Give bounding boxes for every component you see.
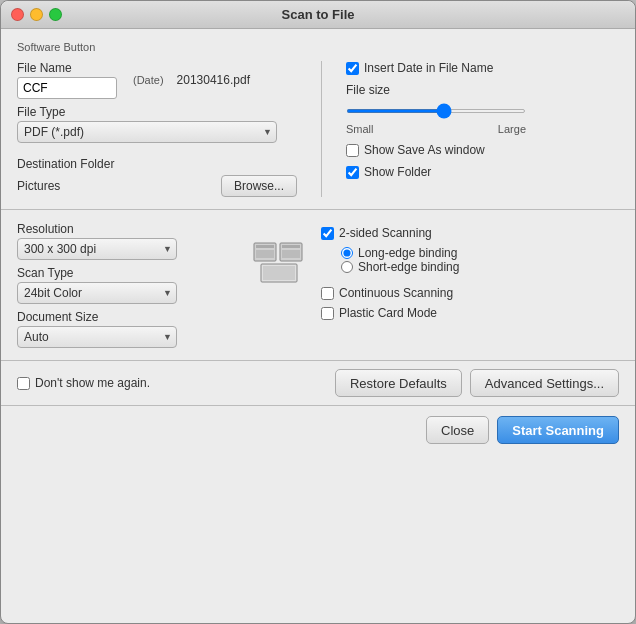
window-title: Scan to File	[282, 7, 355, 22]
resolution-select[interactable]: 300 x 300 dpi 75 x 75 dpi 150 x 150 dpi …	[17, 238, 177, 260]
right-options: Insert Date in File Name File size Small…	[346, 61, 619, 197]
dont-show-checkbox[interactable]	[17, 377, 30, 390]
two-sided-checkbox[interactable]	[321, 227, 334, 240]
file-name-label: File Name	[17, 61, 117, 75]
window-controls	[11, 8, 62, 21]
show-folder-checkbox[interactable]	[346, 166, 359, 179]
restore-defaults-button[interactable]: Restore Defaults	[335, 369, 462, 397]
scan-type-label: Scan Type	[17, 266, 237, 280]
svg-rect-1	[256, 245, 274, 248]
continuous-scanning-row: Continuous Scanning	[321, 286, 619, 300]
slider-min-label: Small	[346, 123, 374, 135]
scan-settings-section: Resolution 300 x 300 dpi 75 x 75 dpi 150…	[1, 210, 635, 361]
show-folder-label: Show Folder	[364, 165, 431, 179]
show-save-as-label: Show Save As window	[364, 143, 485, 157]
continuous-scanning-checkbox[interactable]	[321, 287, 334, 300]
continuous-scanning-label: Continuous Scanning	[339, 286, 453, 300]
svg-rect-5	[282, 250, 300, 258]
file-type-label: File Type	[17, 105, 297, 119]
plastic-card-row: Plastic Card Mode	[321, 306, 619, 320]
insert-date-label: Insert Date in File Name	[364, 61, 493, 75]
scanner-icon	[253, 242, 305, 284]
destination-value: Pictures	[17, 179, 213, 193]
plastic-card-label: Plastic Card Mode	[339, 306, 437, 320]
file-size-slider-container: File size Small Large	[346, 83, 619, 135]
svg-rect-4	[282, 245, 300, 248]
plastic-card-checkbox[interactable]	[321, 307, 334, 320]
date-value: 20130416.pdf	[172, 69, 255, 91]
file-name-input[interactable]	[17, 77, 117, 99]
document-size-select[interactable]: Auto A4 Letter Legal	[17, 326, 177, 348]
long-edge-label: Long-edge binding	[358, 246, 457, 260]
slider-max-label: Large	[498, 123, 526, 135]
two-sided-row: 2-sided Scanning	[321, 226, 619, 240]
close-button[interactable]: Close	[426, 416, 489, 444]
file-size-label: File size	[346, 83, 619, 97]
maximize-window-button[interactable]	[49, 8, 62, 21]
title-bar: Scan to File	[1, 1, 635, 29]
bottom-options-bar: Don't show me again. Restore Defaults Ad…	[1, 361, 635, 406]
file-type-select[interactable]: PDF (*.pdf) JPEG (*.jpg) PNG (*.png) TIF…	[17, 121, 277, 143]
scan-left-col: Resolution 300 x 300 dpi 75 x 75 dpi 150…	[17, 222, 237, 348]
software-button-section: Software Button File Name (Date) 2013041…	[1, 29, 635, 210]
resolution-label: Resolution	[17, 222, 237, 236]
software-button-label: Software Button	[17, 41, 619, 53]
dont-show-label: Don't show me again.	[35, 376, 150, 390]
svg-rect-7	[263, 266, 295, 280]
main-window: Scan to File Software Button File Name (…	[0, 0, 636, 624]
show-save-as-row: Show Save As window	[346, 143, 619, 157]
footer: Close Start Scanning	[1, 406, 635, 454]
show-folder-row: Show Folder	[346, 165, 619, 179]
minimize-window-button[interactable]	[30, 8, 43, 21]
show-save-as-checkbox[interactable]	[346, 144, 359, 157]
two-sided-label: 2-sided Scanning	[339, 226, 432, 240]
scan-type-select[interactable]: 24bit Color Grayscale Black & White	[17, 282, 177, 304]
svg-rect-2	[256, 250, 274, 258]
short-edge-label: Short-edge binding	[358, 260, 459, 274]
destination-folder-label: Destination Folder	[17, 157, 297, 171]
advanced-settings-button[interactable]: Advanced Settings...	[470, 369, 619, 397]
insert-date-checkbox[interactable]	[346, 62, 359, 75]
browse-button[interactable]: Browse...	[221, 175, 297, 197]
file-size-slider[interactable]	[346, 109, 526, 113]
short-edge-radio[interactable]	[341, 261, 353, 273]
long-edge-row: Long-edge binding	[341, 246, 619, 260]
start-scanning-button[interactable]: Start Scanning	[497, 416, 619, 444]
dont-show-row: Don't show me again.	[17, 376, 150, 390]
close-window-button[interactable]	[11, 8, 24, 21]
long-edge-radio[interactable]	[341, 247, 353, 259]
scan-right-col: 2-sided Scanning Long-edge binding Short…	[321, 222, 619, 320]
short-edge-row: Short-edge binding	[341, 260, 619, 274]
document-size-label: Document Size	[17, 310, 237, 324]
insert-date-row: Insert Date in File Name	[346, 61, 619, 75]
date-parenthetical: (Date)	[133, 74, 164, 86]
